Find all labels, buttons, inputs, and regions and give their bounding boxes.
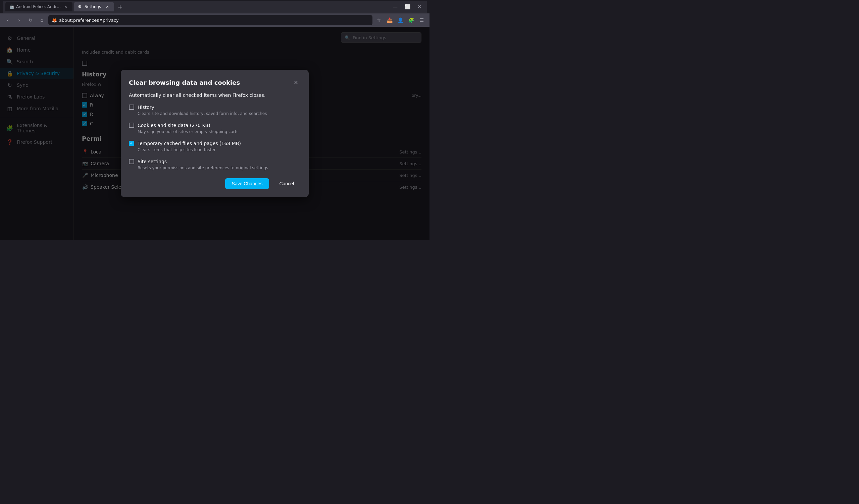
dialog-item-desc-site-settings: Resets your permissions and site prefere… bbox=[129, 166, 301, 170]
tab-favicon-settings: ⚙ bbox=[78, 4, 82, 9]
close-button[interactable]: ✕ bbox=[415, 2, 424, 11]
bookmark-button[interactable]: ☆ bbox=[374, 15, 384, 25]
dialog-item-desc-history: Clears site and download history, saved … bbox=[129, 111, 301, 116]
dialog-checkbox-site-settings[interactable] bbox=[129, 159, 134, 164]
home-button[interactable]: ⌂ bbox=[37, 15, 47, 25]
tab-android-police[interactable]: 🤖 Android Police: Android news, ✕ bbox=[5, 2, 73, 11]
save-changes-button[interactable]: Save Changes bbox=[225, 178, 269, 189]
dialog-title: Clear browsing data and cookies bbox=[129, 79, 240, 86]
dialog-item-label-cookies: Cookies and site data (270 KB) bbox=[138, 123, 210, 128]
tab-close-android-police[interactable]: ✕ bbox=[63, 4, 69, 10]
maximize-button[interactable]: ⬜ bbox=[403, 2, 412, 11]
dialog-item-desc-cookies: May sign you out of sites or empty shopp… bbox=[129, 129, 301, 134]
address-bar[interactable]: 🦊 about:preferences#privacy bbox=[48, 15, 373, 25]
tab-close-settings[interactable]: ✕ bbox=[105, 4, 110, 10]
account-button[interactable]: 👤 bbox=[395, 15, 405, 25]
new-tab-button[interactable]: + bbox=[116, 2, 125, 11]
dialog-item-cache: Temporary cached files and pages (168 MB… bbox=[129, 141, 301, 152]
dialog-checkbox-cache[interactable] bbox=[129, 141, 134, 146]
clear-browsing-dialog: Clear browsing data and cookies ✕ Automa… bbox=[121, 70, 309, 197]
tab-settings[interactable]: ⚙ Settings ✕ bbox=[74, 2, 114, 11]
forward-button[interactable]: › bbox=[14, 15, 24, 25]
dialog-item-desc-cache: Clears items that help sites load faster bbox=[129, 147, 301, 152]
minimize-button[interactable]: — bbox=[391, 2, 400, 11]
dialog-close-button[interactable]: ✕ bbox=[291, 78, 301, 87]
dialog-checkbox-history[interactable] bbox=[129, 105, 134, 110]
dialog-header: Clear browsing data and cookies ✕ bbox=[129, 78, 301, 87]
dialog-item-site-settings: Site settings Resets your permissions an… bbox=[129, 159, 301, 170]
dialog-item-label-history: History bbox=[138, 105, 154, 110]
dialog-footer: Save Changes Cancel bbox=[129, 178, 301, 189]
dialog-item-label-cache: Temporary cached files and pages (168 MB… bbox=[138, 141, 241, 146]
cancel-button[interactable]: Cancel bbox=[272, 178, 301, 189]
tab-label-settings: Settings bbox=[85, 4, 103, 9]
firefox-logo: 🦊 bbox=[52, 18, 57, 23]
extensions-button[interactable]: 🧩 bbox=[406, 15, 416, 25]
pocket-button[interactable]: 📥 bbox=[385, 15, 395, 25]
dialog-item-label-site-settings: Site settings bbox=[138, 159, 167, 164]
back-button[interactable]: ‹ bbox=[3, 15, 13, 25]
menu-button[interactable]: ☰ bbox=[417, 15, 427, 25]
reload-button[interactable]: ↻ bbox=[26, 15, 35, 25]
dialog-checkbox-cookies[interactable] bbox=[129, 123, 134, 128]
dialog-subtitle: Automatically clear all checked items wh… bbox=[129, 93, 301, 98]
dialog-item-cookies: Cookies and site data (270 KB) May sign … bbox=[129, 123, 301, 134]
tab-favicon-android-police: 🤖 bbox=[10, 4, 14, 9]
tab-label-android-police: Android Police: Android news, bbox=[16, 4, 61, 9]
address-text: about:preferences#privacy bbox=[59, 18, 119, 23]
dialog-item-history: History Clears site and download history… bbox=[129, 105, 301, 116]
dialog-overlay: Clear browsing data and cookies ✕ Automa… bbox=[0, 27, 430, 240]
